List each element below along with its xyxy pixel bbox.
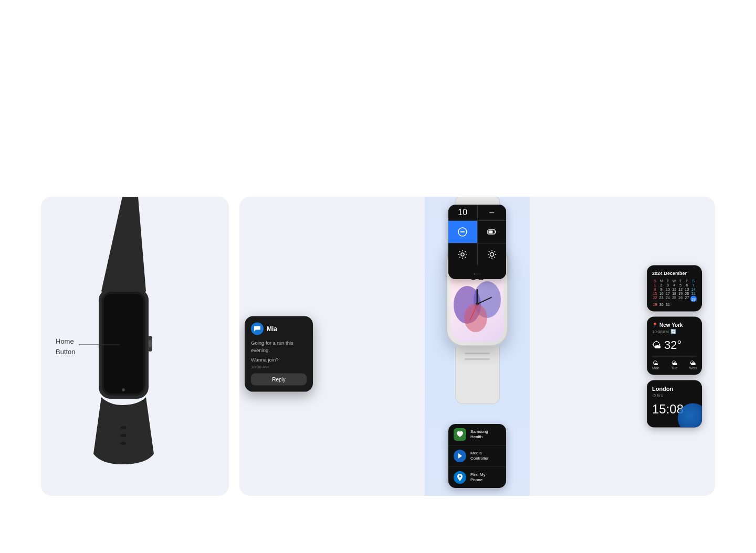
settings-card: 10 – [448, 205, 506, 279]
calendar-grid: S M T W T F S 1 2 3 4 5 6 7 8 [652, 279, 697, 306]
left-panel: Home Button [41, 197, 229, 496]
strap-notch-2 [465, 358, 490, 360]
gear-icon-cell [448, 243, 477, 265]
svg-line-26 [477, 297, 491, 304]
calendar-title: 2024 December [652, 271, 697, 276]
message-question: Wanna join? [251, 356, 307, 362]
app-item-media: MediaController [448, 445, 506, 467]
right-panel: 10 – [239, 197, 715, 496]
calendar-card: 2024 December S M T W T F S 1 2 3 4 5 [647, 265, 702, 312]
svg-point-8 [120, 442, 127, 445]
media-app-label: MediaController [470, 451, 489, 462]
london-clock-card: London -5 hrs 15:08 [647, 380, 702, 428]
info-cards-right: 2024 December S M T W T F S 1 2 3 4 5 [647, 265, 702, 428]
message-card: Mia Going for a run this evening. Wanna … [245, 316, 313, 392]
dnd-icon-cell [448, 221, 477, 243]
svg-rect-13 [488, 231, 492, 233]
newyork-temperature: 32° [664, 338, 681, 352]
battery-icon-cell [478, 221, 507, 243]
newyork-forecast: 🌤 Mon 🌥 Tue 🌥 Wed [652, 356, 697, 370]
watch-strap-bottom [455, 346, 500, 404]
reply-button[interactable]: Reply [251, 373, 307, 385]
message-time: 10:08 AM [251, 364, 307, 369]
home-button-text: Home Button [56, 336, 76, 357]
london-offset: -5 hrs [652, 393, 697, 398]
message-body: Going for a run this evening. [251, 339, 307, 355]
svg-point-6 [120, 426, 127, 429]
app-item-find: Find MyPhone [448, 467, 506, 488]
svg-line-20 [489, 251, 489, 252]
svg-marker-28 [458, 453, 462, 459]
forecast-wed: 🌥 Wed [689, 360, 697, 370]
svg-point-14 [461, 253, 464, 256]
brightness-icon-cell [478, 243, 507, 265]
page-root: Home Button 10 – [0, 0, 756, 553]
health-app-label: SamsungHealth [470, 429, 488, 440]
media-app-icon [454, 450, 466, 462]
newyork-time: 10:08AM 🔄 [652, 329, 697, 334]
newyork-temp-row: 🌤 32° [652, 338, 697, 352]
forecast-tue: 🌥 Tue [671, 360, 677, 370]
svg-point-15 [490, 253, 494, 257]
newyork-weather-card: 📍 New York 10:08AM 🔄 🌤 32° 🌤 Mon [647, 317, 702, 375]
message-header: Mia [251, 323, 307, 335]
health-app-icon [454, 428, 466, 441]
forecast-mon: 🌤 Mon [652, 360, 659, 370]
svg-line-27 [470, 304, 477, 320]
london-city-label: London [652, 386, 697, 392]
message-avatar [251, 323, 264, 335]
svg-point-5 [122, 388, 125, 391]
newyork-city-row: 📍 New York [652, 322, 697, 328]
find-app-icon [454, 471, 466, 484]
newyork-city-label: New York [659, 322, 683, 328]
svg-line-22 [494, 251, 495, 252]
svg-line-21 [494, 257, 495, 258]
find-app-label: Find MyPhone [470, 472, 485, 483]
strap-notch-1 [465, 353, 490, 354]
svg-point-7 [120, 434, 127, 437]
svg-rect-4 [149, 340, 152, 347]
annotation-line [79, 345, 120, 345]
message-sender-name: Mia [267, 325, 277, 333]
svg-line-23 [489, 257, 489, 258]
home-button-annotation: Home Button [56, 336, 120, 357]
app-item-health: SamsungHealth [448, 424, 506, 445]
apps-card: SamsungHealth MediaController Find MyPho… [448, 424, 506, 488]
svg-rect-12 [495, 231, 496, 233]
